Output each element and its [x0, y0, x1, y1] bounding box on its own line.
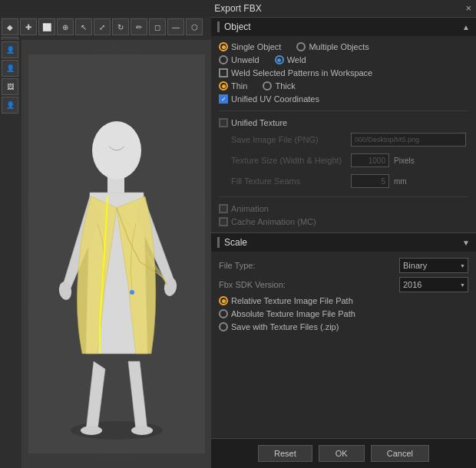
animation-option[interactable]: Animation — [219, 204, 468, 213]
thick-radio[interactable] — [263, 81, 272, 91]
weld-selected-checkbox[interactable] — [219, 68, 228, 77]
animation-checkbox[interactable] — [219, 204, 228, 213]
thin-option[interactable]: Thin — [219, 81, 247, 91]
tool-select[interactable]: ◆ — [2, 18, 18, 35]
unified-texture-option[interactable]: Unified Texture — [219, 118, 468, 127]
texture-size-unit: Pixels — [394, 157, 415, 165]
tool-lasso[interactable]: ⊕ — [57, 18, 74, 35]
toolbar-left: 👤 👤 🖼 👤 — [0, 40, 21, 468]
save-with-texture-label: Save with Texture Files (.zip) — [231, 322, 339, 331]
single-object-option[interactable]: Single Object — [219, 42, 281, 51]
spacer — [211, 338, 476, 438]
ok-button[interactable]: OK — [319, 445, 365, 462]
weld-label: Weld — [287, 55, 306, 64]
tool-rect[interactable]: ⬜ — [38, 18, 55, 35]
texture-size-input[interactable] — [351, 153, 389, 167]
texture-size-label: Texture Size (Width & Height) — [231, 156, 346, 165]
unified-uv-option[interactable]: Unified UV Coordinates — [219, 94, 468, 104]
tool-arrow[interactable]: ↖ — [75, 18, 92, 35]
unified-uv-label: Unified UV Coordinates — [231, 94, 319, 104]
fbx-sdk-label: Fbx SDK Version: — [219, 280, 334, 289]
svg-point-8 — [130, 290, 134, 295]
tool-rotate[interactable]: ↻ — [112, 18, 129, 35]
tool-avatar[interactable]: 👤 — [2, 60, 18, 77]
thick-option[interactable]: Thick — [263, 81, 295, 91]
single-object-radio[interactable] — [219, 42, 228, 51]
fill-seams-unit: mm — [394, 177, 407, 186]
dialog-title: Export FBX — [214, 3, 261, 14]
svg-point-3 — [131, 426, 153, 435]
object-type-group: Single Object Multiple Objects — [219, 42, 468, 51]
relative-texture-radio[interactable] — [219, 296, 228, 305]
weld-group: Unweld Weld — [219, 55, 468, 64]
unweld-radio[interactable] — [219, 55, 228, 64]
thin-radio[interactable] — [219, 81, 228, 91]
file-type-dropdown[interactable]: Binary — [399, 258, 468, 273]
weld-option[interactable]: Weld — [275, 55, 306, 64]
tool-image[interactable]: 🖼 — [2, 78, 18, 95]
thick-label: Thick — [275, 81, 295, 91]
relative-texture-option[interactable]: Relative Texture Image File Path — [219, 296, 468, 305]
section-bar — [217, 21, 220, 32]
title-bar: Export FBX × — [0, 0, 476, 17]
absolute-texture-label: Absolute Texture Image File Path — [231, 309, 355, 318]
cache-animation-label: Cache Animation (MC) — [231, 217, 316, 226]
file-type-label: File Type: — [219, 261, 334, 270]
weld-radio[interactable] — [275, 55, 284, 64]
right-panel: Object ▲ Single Object Multiple Objects — [211, 17, 476, 468]
viewport-3d — [21, 40, 211, 468]
tool-hex[interactable]: ⬡ — [186, 18, 203, 35]
scale-section-header[interactable]: Scale ▼ — [211, 232, 476, 252]
multiple-objects-option[interactable]: Multiple Objects — [296, 42, 369, 51]
divider-1 — [219, 110, 468, 111]
thin-label: Thin — [231, 81, 247, 91]
cache-animation-checkbox[interactable] — [219, 217, 228, 226]
scale-header-left: Scale — [217, 237, 247, 248]
viewport: ◆ ✚ ⬜ ⊕ ↖ ⤢ ↻ ✏ ◻ — ⬡ ↗ 👤 👤 🖼 👤 — [0, 17, 211, 468]
fill-seams-input[interactable] — [351, 174, 389, 188]
save-with-texture-option[interactable]: Save with Texture Files (.zip) — [219, 322, 468, 331]
scale-content: File Type: Binary Fbx SDK Version: 2016 … — [211, 252, 476, 338]
relative-texture-label: Relative Texture Image File Path — [231, 296, 353, 305]
unified-texture-checkbox[interactable] — [219, 118, 228, 127]
unweld-option[interactable]: Unweld — [219, 55, 259, 64]
tool-figure[interactable]: 👤 — [2, 41, 18, 58]
fill-seams-label: Fill Texture Seams — [231, 176, 346, 186]
cancel-button[interactable]: Cancel — [371, 445, 429, 462]
unweld-label: Unweld — [231, 55, 259, 64]
tool-line[interactable]: — — [167, 18, 184, 35]
svg-point-2 — [81, 426, 102, 435]
fbx-sdk-dropdown[interactable]: 2016 — [399, 277, 468, 292]
figure-svg — [28, 54, 205, 453]
weld-selected-option[interactable]: Weld Selected Patterns in Workspace — [219, 68, 468, 77]
save-with-texture-radio[interactable] — [219, 322, 228, 331]
animation-label: Animation — [231, 204, 269, 213]
thickness-group: Thin Thick — [219, 81, 468, 91]
absolute-texture-radio[interactable] — [219, 309, 228, 318]
save-image-input[interactable] — [351, 133, 466, 147]
single-object-label: Single Object — [231, 42, 281, 51]
multiple-objects-radio[interactable] — [296, 42, 306, 51]
tool-pen[interactable]: ✏ — [131, 18, 147, 35]
weld-selected-label: Weld Selected Patterns in Workspace — [231, 68, 372, 77]
absolute-texture-option[interactable]: Absolute Texture Image File Path — [219, 309, 468, 318]
scale-title: Scale — [224, 237, 247, 248]
tool-face[interactable]: 👤 — [2, 97, 18, 114]
multiple-objects-label: Multiple Objects — [309, 42, 369, 51]
object-section-header[interactable]: Object ▲ — [211, 17, 476, 36]
unified-uv-checkbox[interactable] — [219, 94, 228, 104]
reset-button[interactable]: Reset — [258, 445, 312, 462]
cache-animation-option[interactable]: Cache Animation (MC) — [219, 217, 468, 226]
fbx-sdk-row: Fbx SDK Version: 2016 — [219, 277, 468, 292]
file-type-row: File Type: Binary — [219, 258, 468, 273]
tool-transform[interactable]: ⤢ — [94, 18, 111, 35]
main-area: ◆ ✚ ⬜ ⊕ ↖ ⤢ ↻ ✏ ◻ — ⬡ ↗ 👤 👤 🖼 👤 — [0, 17, 476, 468]
tool-add[interactable]: ✚ — [20, 18, 37, 35]
tool-shape[interactable]: ◻ — [149, 18, 166, 35]
object-title: Object — [224, 21, 251, 32]
save-image-row: Save Image File (PNG) — [219, 133, 468, 147]
divider-2 — [219, 196, 468, 197]
unified-texture-label: Unified Texture — [231, 118, 287, 127]
close-button[interactable]: × — [465, 2, 471, 14]
object-collapse-icon: ▲ — [462, 23, 470, 31]
